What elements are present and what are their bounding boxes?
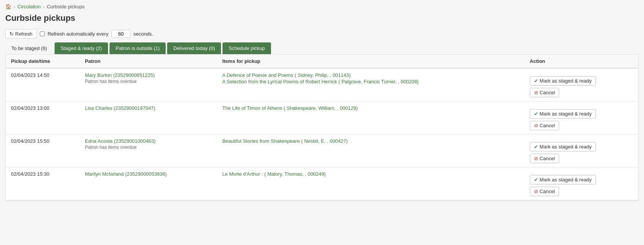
patron-link[interactable]: Marilyn Mcfarland (23529000053836) — [85, 171, 167, 177]
cell-items: A Defence of Poesie and Poems ( Sidney, … — [217, 68, 524, 101]
sep1: › — [14, 4, 15, 9]
col-header-items: Items for pickup — [217, 55, 524, 68]
table-row: 02/04/2023 15:50Edna Acosta (23529001000… — [6, 134, 638, 167]
current-page-crumb: Curbside pickups — [47, 4, 85, 9]
tab-staged-ready[interactable]: Staged & ready (2) — [55, 42, 108, 54]
seconds-label: seconds. — [133, 31, 153, 37]
mark-staged-button[interactable]: ✔ Mark as staged & ready — [530, 76, 596, 86]
tabs-bar: To be staged (6) Staged & ready (2) Patr… — [0, 42, 644, 54]
cell-date: 02/04/2023 14:50 — [6, 68, 80, 101]
table-header-row: Pickup date/time Patron Items for pickup… — [6, 55, 638, 68]
mark-staged-button[interactable]: ✔ Mark as staged & ready — [530, 109, 596, 119]
item-link[interactable]: The Life of Timon of Athens ( Shakespear… — [222, 105, 519, 111]
tab-patron-outside[interactable]: Patron is outside (1) — [110, 42, 166, 54]
home-link[interactable]: 🏠 — [5, 4, 11, 9]
auto-refresh-checkbox[interactable] — [40, 31, 45, 36]
cell-date: 02/04/2023 15:30 — [6, 167, 80, 200]
toolbar: ↻ Refresh Refresh automatically every se… — [0, 27, 644, 42]
patron-link[interactable]: Edna Acosta (23529001000463) — [85, 138, 156, 144]
cancel-icon: ⊘ — [534, 189, 538, 194]
col-header-date: Pickup date/time — [6, 55, 80, 68]
cancel-icon: ⊘ — [534, 90, 538, 95]
breadcrumb: 🏠 › Circulation › Curbside pickups — [0, 0, 644, 12]
cell-patron: Lisa Charles (23529000197047) — [80, 101, 217, 134]
auto-refresh-label: Refresh automatically every — [48, 31, 108, 37]
cell-action: ✔ Mark as staged & ready⊘ Cancel — [525, 68, 638, 101]
refresh-icon: ↻ — [9, 31, 14, 37]
tab-schedule-pickup[interactable]: Schedule pickup — [223, 42, 271, 54]
cell-items: Beautiful Stories from Shakespeare ( Nes… — [217, 134, 524, 167]
cell-patron: Mary Burton (23529000651225)Patron has i… — [80, 68, 217, 101]
item-link[interactable]: A Defence of Poesie and Poems ( Sidney, … — [222, 72, 519, 78]
cell-action: ✔ Mark as staged & ready⊘ Cancel — [525, 134, 638, 167]
item-link[interactable]: A Selection from the Lyrical Poems of Ro… — [222, 79, 519, 84]
main-table-container: Pickup date/time Patron Items for pickup… — [5, 54, 639, 201]
patron-link[interactable]: Mary Burton (23529000651225) — [85, 72, 155, 78]
cancel-button[interactable]: ⊘ Cancel — [530, 121, 559, 130]
table-row: 02/04/2023 15:30Marilyn Mcfarland (23529… — [6, 167, 638, 200]
item-link[interactable]: Le Morte d'Arthur : ( Malory, Thomas, , … — [222, 171, 519, 177]
patron-link[interactable]: Lisa Charles (23529000197047) — [85, 105, 155, 111]
cell-patron: Marilyn Mcfarland (23529000053836) — [80, 167, 217, 200]
refresh-label: Refresh — [15, 31, 33, 37]
table-row: 02/04/2023 13:00Lisa Charles (2352900019… — [6, 101, 638, 134]
circulation-link[interactable]: Circulation — [17, 4, 41, 9]
cancel-icon: ⊘ — [534, 156, 538, 161]
check-icon: ✔ — [534, 177, 538, 183]
cell-items: Le Morte d'Arthur : ( Malory, Thomas, , … — [217, 167, 524, 200]
refresh-interval-input[interactable] — [111, 30, 130, 38]
item-link[interactable]: Beautiful Stories from Shakespeare ( Nes… — [222, 138, 519, 144]
pickups-table: Pickup date/time Patron Items for pickup… — [6, 55, 638, 200]
cancel-button[interactable]: ⊘ Cancel — [530, 187, 559, 196]
refresh-button[interactable]: ↻ Refresh — [5, 29, 37, 39]
check-icon: ✔ — [534, 144, 538, 150]
patron-note: Patron has items overdue — [85, 79, 212, 84]
cell-date: 02/04/2023 13:00 — [6, 101, 80, 134]
cell-action: ✔ Mark as staged & ready⊘ Cancel — [525, 101, 638, 134]
check-icon: ✔ — [534, 78, 538, 84]
check-icon: ✔ — [534, 111, 538, 117]
tab-to-be-staged[interactable]: To be staged (6) — [5, 42, 53, 54]
cell-date: 02/04/2023 15:50 — [6, 134, 80, 167]
cancel-button[interactable]: ⊘ Cancel — [530, 88, 559, 97]
cancel-icon: ⊘ — [534, 123, 538, 128]
table-row: 02/04/2023 14:50Mary Burton (23529000651… — [6, 68, 638, 101]
mark-staged-button[interactable]: ✔ Mark as staged & ready — [530, 142, 596, 151]
mark-staged-button[interactable]: ✔ Mark as staged & ready — [530, 175, 596, 184]
cell-patron: Edna Acosta (23529001000463)Patron has i… — [80, 134, 217, 167]
page-title: Curbside pickups — [0, 12, 644, 27]
patron-note: Patron has items overdue — [85, 145, 212, 150]
cell-items: The Life of Timon of Athens ( Shakespear… — [217, 101, 524, 134]
col-header-patron: Patron — [80, 55, 217, 68]
cancel-button[interactable]: ⊘ Cancel — [530, 154, 559, 163]
tab-delivered-today[interactable]: Delivered today (0) — [167, 42, 221, 54]
sep2: › — [43, 4, 44, 9]
col-header-action: Action — [525, 55, 638, 68]
cell-action: ✔ Mark as staged & ready⊘ Cancel — [525, 167, 638, 200]
